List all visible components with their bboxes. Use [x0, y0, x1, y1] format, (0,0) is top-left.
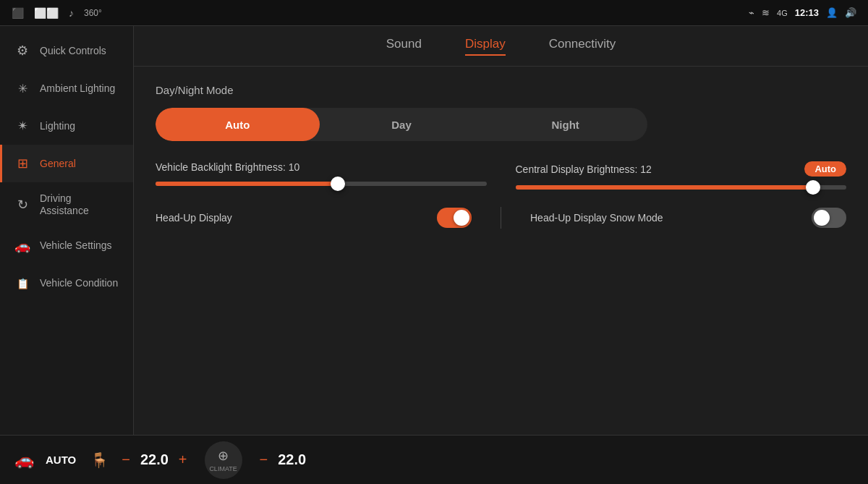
main-area: ⚙ Quick Controls ✳ Ambient Lighting ✴ Li… [0, 26, 868, 435]
volume-icon[interactable]: 🔊 [845, 7, 856, 18]
bottom-mode: AUTO [46, 454, 76, 466]
bottom-temp-plus-1[interactable]: + [179, 451, 187, 468]
sidebar-item-quick-controls[interactable]: ⚙ Quick Controls [0, 32, 133, 69]
signal-icon: 4G [777, 9, 788, 17]
lighting-icon: ✴ [14, 117, 31, 135]
quick-controls-icon: ⚙ [14, 42, 31, 59]
hud-snow-label: Head-Up Display Snow Mode [530, 212, 800, 224]
vehicle-backlight-header: Vehicle Backlight Brightness: 10 [156, 161, 487, 173]
driving-assistance-icon: ↻ [14, 196, 31, 213]
sidebar-item-vehicle-condition[interactable]: 📋 Vehicle Condition [0, 265, 133, 302]
top-bar: ⬛ ⬜⬜ ♪ 360° ⌁ ≋ 4G 12:13 👤 🔊 [0, 0, 868, 26]
hud-snow-toggle-thumb [814, 210, 830, 226]
vehicle-condition-icon: 📋 [14, 275, 31, 292]
sidebar: ⚙ Quick Controls ✳ Ambient Lighting ✴ Li… [0, 26, 134, 435]
bottom-bar: 🚗 AUTO 🪑 − 22.0 + ⊕ CLIMATE − 22.0 [0, 435, 868, 484]
mode-day-button[interactable]: Day [320, 108, 484, 141]
sidebar-label-quick-controls: Quick Controls [40, 45, 106, 57]
bottom-temp-1: 22.0 [140, 451, 169, 468]
hud-row: Head-Up Display Head-Up Display Snow Mod… [156, 207, 846, 229]
hud-label: Head-Up Display [156, 212, 425, 224]
profile-icon[interactable]: 👤 [826, 7, 838, 18]
hud-snow-toggle[interactable] [812, 208, 846, 228]
bottom-temp-minus-1[interactable]: − [122, 451, 130, 468]
clock: 12:13 [795, 7, 819, 18]
sidebar-item-ambient-lighting[interactable]: ✳ Ambient Lighting [0, 69, 133, 107]
hud-divider [501, 207, 501, 229]
tab-connectivity[interactable]: Connectivity [549, 37, 616, 56]
view360-icon[interactable]: 360° [84, 8, 102, 18]
mode-auto-button[interactable]: Auto [156, 108, 320, 141]
bluetooth-icon: ⌁ [749, 7, 754, 18]
bottom-car-icon: 🚗 [14, 451, 34, 470]
general-icon: ⊞ [14, 155, 31, 172]
day-night-selector: Auto Day Night [156, 108, 647, 141]
central-display-slider[interactable] [516, 185, 847, 190]
climate-button[interactable]: ⊕ CLIMATE [205, 441, 242, 479]
sidebar-label-driving-assistance: Driving Assistance [40, 192, 122, 217]
vehicle-backlight-fill [156, 182, 338, 186]
top-bar-left: ⬛ ⬜⬜ ♪ 360° [12, 7, 102, 19]
sidebar-item-general[interactable]: ⊞ General [0, 145, 133, 182]
wifi-icon: ≋ [762, 7, 770, 18]
tab-bar: Sound Display Connectivity [134, 26, 868, 67]
central-display-header: Central Display Brightness: 12 Auto [516, 161, 847, 177]
screen-icon[interactable]: ⬛ [12, 7, 24, 19]
ambient-lighting-icon: ✳ [14, 80, 31, 97]
media-icon[interactable]: ⬜⬜ [34, 7, 59, 19]
bottom-temp-minus-2[interactable]: − [260, 451, 268, 468]
central-display-label: Central Display Brightness: 12 [516, 164, 652, 175]
hud-snow-item: Head-Up Display Snow Mode [530, 208, 846, 228]
vehicle-settings-icon: 🚗 [14, 237, 31, 255]
climate-label: CLIMATE [209, 465, 237, 472]
bottom-seat-icon: 🪑 [90, 451, 109, 469]
mode-night-button[interactable]: Night [483, 108, 647, 141]
music-icon[interactable]: ♪ [69, 7, 74, 19]
vehicle-backlight-slider[interactable] [156, 182, 487, 186]
tab-sound[interactable]: Sound [386, 37, 422, 56]
vehicle-backlight-label: Vehicle Backlight Brightness: 10 [156, 161, 299, 173]
central-display-fill [516, 185, 814, 190]
central-display-item: Central Display Brightness: 12 Auto [516, 161, 847, 190]
sidebar-label-ambient-lighting: Ambient Lighting [40, 82, 115, 95]
display-panel: Day/Night Mode Auto Day Night Vehicle Ba… [134, 67, 868, 435]
vehicle-backlight-item: Vehicle Backlight Brightness: 10 [156, 161, 487, 190]
top-bar-right: ⌁ ≋ 4G 12:13 👤 🔊 [749, 7, 856, 18]
hud-toggle-thumb [454, 210, 469, 226]
sidebar-label-lighting: Lighting [40, 120, 75, 132]
central-display-thumb[interactable] [806, 180, 820, 195]
sidebar-label-vehicle-condition: Vehicle Condition [40, 277, 118, 289]
vehicle-backlight-thumb[interactable] [331, 177, 345, 191]
climate-fan-icon: ⊕ [218, 448, 229, 464]
hud-toggle[interactable] [437, 208, 472, 228]
hud-item: Head-Up Display [156, 208, 472, 228]
brightness-row: Vehicle Backlight Brightness: 10 Central… [156, 161, 846, 190]
day-night-title: Day/Night Mode [156, 84, 846, 96]
sidebar-item-vehicle-settings[interactable]: 🚗 Vehicle Settings [0, 227, 133, 265]
sidebar-label-vehicle-settings: Vehicle Settings [40, 239, 112, 252]
sidebar-item-lighting[interactable]: ✴ Lighting [0, 107, 133, 145]
content-area: Sound Display Connectivity Day/Night Mod… [134, 26, 868, 435]
tab-display[interactable]: Display [465, 37, 506, 56]
sidebar-label-general: General [40, 158, 76, 170]
auto-badge[interactable]: Auto [804, 161, 846, 177]
sidebar-item-driving-assistance[interactable]: ↻ Driving Assistance [0, 182, 133, 227]
bottom-temp-2: 22.0 [278, 451, 306, 468]
